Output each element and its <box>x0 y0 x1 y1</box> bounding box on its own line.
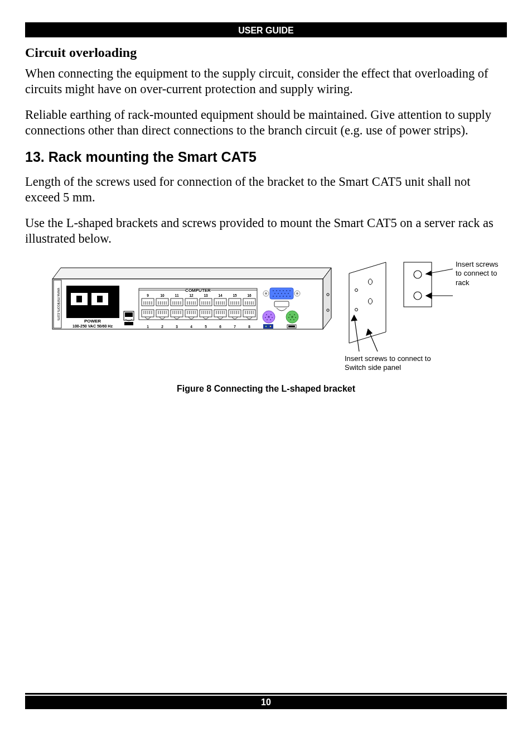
svg-marker-0 <box>52 268 331 279</box>
port-number-top: 15 <box>233 293 237 297</box>
svg-point-135 <box>266 314 267 315</box>
port-number-bottom: 3 <box>176 325 178 329</box>
svg-point-119 <box>278 293 279 294</box>
para-rack-2: Use the L-shaped brackets and screws pro… <box>25 215 507 247</box>
svg-rect-154 <box>288 326 295 328</box>
svg-point-150 <box>290 319 291 320</box>
heading-rack-mounting: 13. Rack mounting the Smart CAT5 <box>25 149 507 165</box>
callout-rack: Insert screws to connect to rack <box>456 260 500 287</box>
port-number-top: 9 <box>147 293 149 297</box>
port-number-bottom: 8 <box>248 325 250 329</box>
svg-point-132 <box>296 292 298 295</box>
callout-side-panel: Insert screws to connect to Switch side … <box>345 354 445 373</box>
svg-point-128 <box>289 296 291 297</box>
label-power-rating: 100-250 VAC 50/60 Hz <box>72 324 113 328</box>
svg-point-125 <box>279 296 280 297</box>
svg-point-137 <box>265 317 266 318</box>
svg-rect-6 <box>76 296 82 302</box>
page-number: 10 <box>261 697 271 707</box>
svg-rect-10 <box>125 312 133 317</box>
para-circuit-1: When connecting the equipment to the sup… <box>25 66 507 97</box>
svg-rect-152 <box>292 316 293 318</box>
bracket-outer-plate <box>404 262 432 307</box>
svg-point-136 <box>270 314 272 315</box>
para-circuit-2: Reliable earthing of rack-mounted equipm… <box>25 107 507 138</box>
svg-point-139 <box>267 319 268 320</box>
svg-point-118 <box>274 293 275 294</box>
port-number-top: 12 <box>189 293 194 297</box>
port-number-bottom: 4 <box>190 325 192 329</box>
svg-rect-11 <box>124 322 133 325</box>
svg-point-115 <box>283 290 284 291</box>
label-computer: COMPUTER <box>185 288 211 293</box>
header-title: USER GUIDE <box>238 26 294 35</box>
svg-rect-141 <box>268 316 270 318</box>
port-number-top: 14 <box>218 293 223 297</box>
svg-point-112 <box>273 290 274 291</box>
svg-rect-162 <box>404 262 432 307</box>
svg-point-126 <box>283 296 284 297</box>
port-number-bottom: 1 <box>147 325 149 329</box>
svg-rect-8 <box>97 296 103 302</box>
svg-point-124 <box>276 296 277 297</box>
svg-point-151 <box>293 319 294 320</box>
svg-point-144 <box>270 326 271 327</box>
footer: 10 <box>25 693 507 709</box>
svg-point-120 <box>281 293 282 294</box>
svg-point-130 <box>265 292 267 295</box>
header-bar: USER GUIDE <box>25 22 507 37</box>
heading-circuit-overloading: Circuit overloading <box>25 45 507 60</box>
svg-point-123 <box>273 296 274 297</box>
port-number-top: 11 <box>175 293 179 297</box>
figure-bracket: www.minicom.com POWER 100-250 VAC 50/60 … <box>36 257 496 379</box>
device-body: www.minicom.com POWER 100-250 VAC 50/60 … <box>52 268 331 329</box>
port-number-top: 16 <box>247 293 252 297</box>
port-number-top: 13 <box>204 293 208 297</box>
svg-point-116 <box>286 290 287 291</box>
port-number-bottom: 5 <box>205 325 207 329</box>
svg-point-117 <box>289 290 291 291</box>
svg-point-138 <box>272 317 273 318</box>
svg-point-114 <box>279 290 280 291</box>
port-number-bottom: 2 <box>161 325 163 329</box>
svg-rect-142 <box>263 324 273 329</box>
svg-point-127 <box>286 296 287 297</box>
svg-point-113 <box>276 290 277 291</box>
para-rack-1: Length of the screws used for connection… <box>25 174 507 205</box>
svg-point-146 <box>289 314 291 315</box>
svg-point-147 <box>294 314 295 315</box>
svg-point-140 <box>270 319 271 320</box>
port-number-bottom: 6 <box>219 325 221 329</box>
device-side-text: www.minicom.com <box>57 287 61 320</box>
svg-point-149 <box>295 317 296 318</box>
port-number-top: 10 <box>160 293 165 297</box>
svg-point-143 <box>265 326 267 327</box>
svg-point-122 <box>288 293 289 294</box>
port-number-bottom: 7 <box>234 325 236 329</box>
svg-marker-1 <box>323 268 331 329</box>
label-power: POWER <box>84 319 101 324</box>
figure-caption: Figure 8 Connecting the L-shaped bracket <box>25 384 507 394</box>
svg-point-148 <box>288 317 289 318</box>
svg-point-121 <box>284 293 286 294</box>
